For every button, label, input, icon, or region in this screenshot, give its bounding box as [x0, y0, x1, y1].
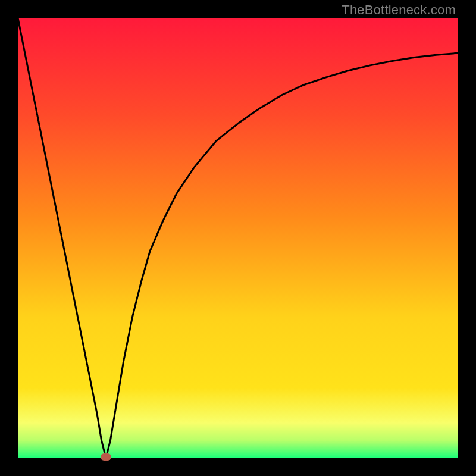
watermark-text: TheBottleneck.com	[342, 2, 456, 18]
chart-frame	[18, 18, 458, 458]
gradient-background	[18, 18, 458, 458]
optimum-marker	[101, 453, 111, 461]
bottleneck-chart	[18, 18, 458, 458]
